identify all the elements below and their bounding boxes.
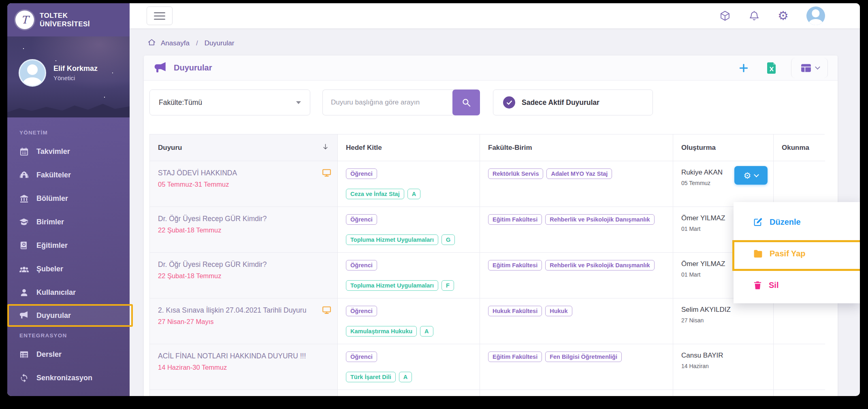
page-title: Duyurular — [174, 63, 212, 72]
profile-panel: Elif Korkmaz Yönetici — [7, 36, 130, 117]
graduation-cap-icon — [19, 217, 29, 227]
row-actions-button[interactable]: ⚙ — [734, 166, 768, 185]
announcements-table: DuyuruHedef KitleFakülte-BirimOluşturmaO… — [149, 134, 825, 396]
user-name: Elif Korkmaz — [53, 64, 98, 73]
sidebar-item-egitimler[interactable]: Eğitimler — [7, 234, 130, 257]
announcement-title: 2. Kısa Sınava İlişkin 27.04.2021 Tarihl… — [158, 306, 329, 315]
cell-olusturma: Cansu BAYIR14 Haziran — [673, 344, 774, 390]
folder-icon — [753, 249, 763, 259]
announcement-dates: 22 Şubat-18 Temmuz — [158, 226, 329, 234]
sidebar-item-birimler[interactable]: Birimler — [7, 210, 130, 234]
cell-okunma — [774, 390, 825, 396]
cell-okunma — [774, 161, 825, 207]
cell-duyuru: STAJ ÖDEVİ HAKKINDA05 Temmuz-31 Temmuz — [150, 161, 338, 207]
filters-bar: Fakülte:Tümü Sadece Aktif Duyurular — [149, 89, 832, 115]
caret-down-icon — [296, 101, 301, 104]
row-action-menu: DüzenlePasif YapSil — [734, 202, 860, 303]
sidebar-item-takvimler[interactable]: Takvimler — [7, 140, 130, 163]
column-header-fakulte-birim[interactable]: Fakülte-Birim — [480, 134, 673, 161]
cell-olusturma: Rukiye AKAN05 Temmuz⚙ — [673, 161, 774, 207]
bell-icon[interactable] — [749, 10, 760, 21]
logo[interactable]: T TOLTEK ÜNİVERSİTESİ — [7, 3, 130, 36]
announcement-title: STAJ ÖDEVİ HAKKINDA — [158, 168, 329, 178]
account-avatar[interactable] — [806, 6, 825, 25]
action-menu-item-pasif-yap[interactable]: Pasif Yap — [734, 238, 860, 269]
table-row: Dr. Öğr Üyesi Recep GÜR Kimdir?22 Şubat-… — [150, 207, 824, 253]
sidebar-item-label: Eğitimler — [36, 241, 68, 250]
sidebar-item-senkronizasyon[interactable]: Senkronizasyon — [7, 366, 130, 390]
sidebar-item-kullanicilar[interactable]: Kullanıcılar — [7, 281, 130, 304]
cell-fakulte-birim: Rektörlük ServisAdalet MYO Yaz Staj — [480, 161, 673, 207]
search-input[interactable] — [322, 89, 454, 115]
cell-duyuru: Dr. Öğr Üyesi Recep GÜR Kimdir?22 Şubat-… — [150, 253, 338, 298]
creator-date: 27 Nisan — [681, 317, 765, 324]
audience-badge: Öğrenci — [346, 260, 377, 271]
faculty-badge: Rektörlük Servis — [488, 168, 543, 179]
excel-export-icon[interactable] — [767, 62, 776, 74]
sidebar-item-label: Dersler — [36, 350, 62, 359]
cell-olusturma: Selim AKYILDIZ27 Nisan — [673, 298, 774, 344]
column-header-label: Hedef Kitle — [346, 144, 382, 152]
course-badge: F — [441, 280, 454, 291]
faculty-badge: Hukuk — [545, 306, 572, 316]
sidebar-item-label: Şubeler — [36, 265, 63, 273]
trash-icon — [753, 280, 762, 290]
breadcrumb: Anasayfa / Duyurular — [130, 28, 860, 49]
sidebar-item-fakulteler[interactable]: Fakülteler — [7, 163, 130, 187]
user-icon — [19, 288, 29, 297]
faculty-badge: Adalet MYO Yaz Staj — [546, 168, 612, 179]
cell-hedef-kitle: ÖğrenciTopluma Hizmet UygulamalarıF — [338, 253, 480, 298]
sidebar-menu: YÖNETİMTakvimlerFakültelerBölümlerBiriml… — [7, 117, 130, 390]
sidebar-item-subeler[interactable]: Şubeler — [7, 257, 130, 281]
column-header-okunma[interactable]: Okunma — [774, 134, 825, 161]
search-button[interactable] — [452, 89, 480, 115]
menu-toggle-button[interactable] — [147, 6, 173, 25]
main-area: ⚙ Anasayfa / Duyurular Duyurular — [130, 3, 860, 396]
screenshot-frame: T TOLTEK ÜNİVERSİTESİ Elif Korkmaz Yönet… — [0, 0, 868, 409]
active-only-checkbox[interactable]: Sadece Aktif Duyurular — [493, 89, 653, 115]
cube-icon[interactable] — [719, 10, 731, 21]
bank-columns-icon — [19, 194, 29, 203]
breadcrumb-item-anasayfa[interactable]: Anasayfa — [161, 39, 190, 47]
column-header-label: Fakülte-Birim — [488, 144, 532, 152]
sidebar-item-duyurular[interactable]: Duyurular — [7, 304, 133, 327]
chevron-down-icon — [754, 172, 759, 177]
course-badge: Kamulaştırma Hukuku — [346, 326, 417, 337]
breadcrumb-item-duyurular: Duyurular — [205, 39, 235, 47]
faculty-badge: Eğitim Fakültesi — [488, 214, 542, 225]
column-header-olusturma[interactable]: Oluşturma — [673, 134, 774, 161]
list-table-icon — [19, 350, 29, 359]
faculty-building-icon — [19, 170, 29, 180]
course-badge: Ceza ve İnfaz Staj — [346, 189, 404, 199]
sidebar-item-label: Duyurular — [36, 311, 71, 320]
faculty-badge: Eğitim Fakültesi — [488, 260, 542, 271]
arrow-down-icon — [322, 143, 329, 153]
audience-badge: Öğrenci — [346, 351, 377, 362]
column-header-hedef-kitle[interactable]: Hedef Kitle — [338, 134, 480, 161]
action-menu-item-sil[interactable]: Sil — [734, 269, 860, 301]
active-only-label: Sadece Aktif Duyurular — [522, 98, 599, 107]
table-columns-icon[interactable] — [791, 58, 828, 78]
sidebar-section-entegrasyon: ENTEGRASYON — [7, 327, 130, 343]
sync-icon — [19, 373, 29, 383]
sidebar-item-label: Takvimler — [36, 147, 70, 156]
home-icon[interactable] — [147, 38, 156, 49]
megaphone-icon — [19, 311, 29, 320]
user-avatar[interactable] — [19, 59, 46, 87]
cell-duyuru: Dr. Öğr Üyesi Recep GÜR Kimdir?22 Şubat-… — [150, 207, 338, 253]
sidebar-item-dersler[interactable]: Dersler — [7, 343, 130, 366]
gear-icon: ⚙ — [744, 171, 751, 180]
gear-icon[interactable]: ⚙ — [778, 10, 789, 22]
announcement-dates: 14 Haziran-30 Temmuz — [158, 364, 329, 371]
sidebar-item-bolumler[interactable]: Bölümler — [7, 187, 130, 210]
column-header-duyuru[interactable]: Duyuru — [150, 134, 338, 161]
table-row: 2. Kısa Sınava İlişkin 27.04.2021 Tarihl… — [150, 298, 824, 344]
creator-date: 14 Haziran — [681, 363, 765, 369]
megaphone-icon — [154, 61, 167, 75]
faculty-filter-select[interactable]: Fakülte:Tümü — [149, 89, 310, 115]
cell-fakulte-birim: Eğitim FakültesiFen Bilgisi Öğretmenliği — [480, 344, 673, 390]
creator-name: Selim AKYILDIZ — [681, 306, 765, 314]
add-announcement-button[interactable] — [738, 63, 749, 73]
action-menu-item-duzenle[interactable]: Düzenle — [734, 206, 860, 238]
users-group-icon — [19, 264, 29, 274]
